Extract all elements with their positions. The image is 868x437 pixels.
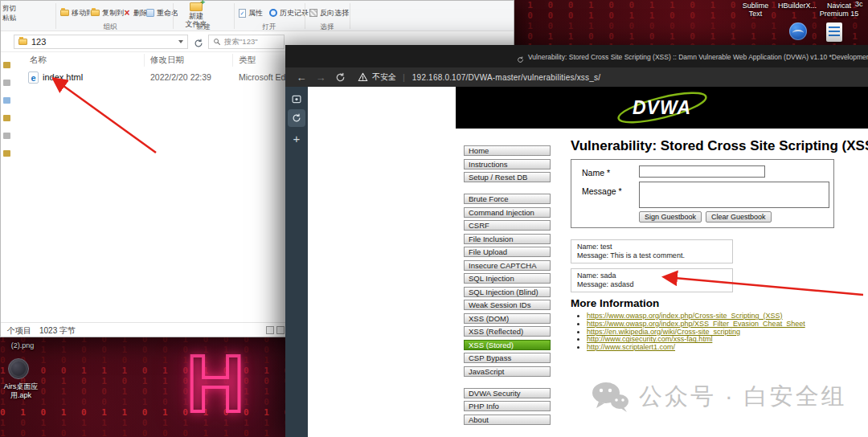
blue-app-icon[interactable] — [789, 22, 807, 40]
desktop-icon-apk-label[interactable]: Airs桌面应 用.apk — [0, 382, 42, 400]
nav-pane-icon[interactable] — [3, 62, 10, 68]
guestbook-entries: Name: test Message: This is a test comme… — [571, 239, 733, 292]
security-badge[interactable]: 不安全 — [372, 71, 396, 83]
ribbon-copy-to-button[interactable]: 复制到 — [91, 7, 124, 18]
ribbon-divider — [55, 3, 56, 29]
column-header-name[interactable]: 名称 — [30, 55, 47, 66]
menu-item-insecure-captcha[interactable]: Insecure CAPTCHA — [464, 260, 551, 271]
desktop-screen: 1 1 1 1 1 1 1 0 0 0 0 1 1 1 0 0 0 1 1 1 … — [0, 0, 868, 437]
desktop-icon-png-label[interactable]: (2).png — [2, 341, 43, 350]
desktop-icon-hbuilderx[interactable]: HBuilderX... — [776, 2, 818, 10]
properties-icon — [239, 9, 246, 18]
message-field[interactable] — [639, 182, 829, 208]
ribbon-invert-selection-button[interactable]: 反向选择 — [309, 7, 349, 18]
menu-item-brute-force[interactable]: Brute Force — [464, 194, 551, 204]
menu-item-xss-stored[interactable]: XSS (Stored) — [464, 340, 551, 350]
copy-to-icon — [91, 10, 100, 16]
url-text[interactable]: 192.168.0.107/DVWA-master/vulnerabilitie… — [412, 73, 600, 82]
name-field[interactable] — [639, 165, 765, 178]
name-label: Name * — [582, 168, 610, 178]
more-info-link[interactable]: http://www.scriptalert1.com/ — [587, 343, 675, 351]
screenshot-icon[interactable] — [291, 93, 302, 108]
nav-pane-icon[interactable] — [3, 133, 10, 139]
menu-item-setup-reset-db[interactable]: Setup / Reset DB — [464, 172, 551, 182]
neon-letter: H — [186, 337, 244, 430]
menu-item-command-injection[interactable]: Command Injection — [464, 207, 551, 218]
file-modified-date: 2022/2/20 22:39 — [150, 72, 211, 82]
menu-item-javascript[interactable]: JavaScript — [464, 366, 551, 377]
ribbon-properties-button[interactable]: 属性 — [239, 7, 263, 18]
nav-pane-icon[interactable] — [3, 97, 10, 104]
sidebar-refresh-icon[interactable] — [288, 109, 305, 127]
menu-item-xss-reflected[interactable]: XSS (Reflected) — [464, 326, 551, 337]
browser-toolbar: ← → 不安全 | 192.168.0.107/DVWA-master/vuln… — [285, 67, 868, 87]
status-size: 1023 字节 — [39, 325, 76, 337]
search-input[interactable]: 搜索"123" — [208, 35, 285, 49]
menu-item-weak-session-ids[interactable]: Weak Session IDs — [464, 300, 551, 310]
delete-icon — [123, 9, 131, 17]
status-item-count: 个项目 — [7, 325, 31, 337]
clear-guestbook-button[interactable]: Clear Guestbook — [706, 211, 772, 223]
file-name: index.html — [43, 72, 83, 82]
entry-message: Message: This is a test comment. — [577, 251, 727, 260]
new-folder-icon — [190, 2, 203, 11]
sign-guestbook-button[interactable]: Sign Guestbook — [639, 211, 702, 223]
plus-icon[interactable]: + — [285, 132, 308, 145]
menu-item-dvwa-security[interactable]: DVWA Security — [464, 388, 551, 398]
view-thumbnails-icon[interactable] — [276, 326, 285, 334]
ribbon-rename-button[interactable]: 重命名 — [146, 7, 178, 18]
menu-group: HomeInstructionsSetup / Reset DB — [464, 145, 551, 182]
menu-item-file-upload[interactable]: File Upload — [464, 247, 551, 257]
menu-item-xss-dom[interactable]: XSS (DOM) — [464, 313, 551, 324]
search-icon — [213, 38, 221, 46]
menu-item-csp-bypass[interactable]: CSP Bypass — [464, 353, 551, 363]
ribbon-delete-button[interactable]: 删除 — [123, 7, 148, 18]
nav-pane-icon[interactable] — [3, 150, 10, 157]
dropdown-chevron-icon[interactable] — [178, 40, 183, 43]
column-header-modified[interactable]: 修改日期 — [150, 55, 184, 66]
refresh-icon[interactable] — [194, 37, 203, 51]
more-info-link[interactable]: http://www.cgisecurity.com/xss-faq.html — [587, 335, 712, 343]
ribbon-history-button[interactable]: 历史记录 — [269, 7, 309, 18]
entry-name: Name: sada — [577, 272, 727, 280]
ribbon-label: 属性 — [248, 8, 263, 18]
menu-item-home[interactable]: Home — [464, 145, 551, 156]
more-info-link[interactable]: https://www.owasp.org/index.php/XSS_Filt… — [587, 320, 805, 328]
warning-triangle-icon[interactable] — [358, 72, 368, 83]
browser-sidebar: + — [285, 87, 308, 437]
menu-item-file-inclusion[interactable]: File Inclusion — [464, 234, 551, 244]
desktop-icon-sublime-text[interactable]: Sublime Text — [736, 2, 775, 18]
menu-item-php-info[interactable]: PHP Info — [464, 401, 551, 411]
more-info-link[interactable]: https://en.wikipedia.org/wiki/Cross-site… — [587, 328, 740, 336]
address-bar[interactable]: 123 — [14, 35, 188, 49]
apk-app-icon[interactable] — [8, 358, 29, 379]
wechat-icon — [591, 381, 629, 413]
back-button[interactable]: ← — [292, 71, 311, 84]
ribbon-label: 复制到 — [102, 8, 124, 18]
nav-pane-icon[interactable] — [3, 115, 10, 121]
column-header-type[interactable]: 类型 — [239, 55, 256, 66]
tab-refresh-icon — [517, 52, 524, 67]
ribbon-move-to-button[interactable]: 移动到 — [60, 7, 93, 18]
menu-item-sql-injection-blind[interactable]: SQL Injection (Blind) — [464, 287, 551, 297]
edge-html-file-icon — [28, 71, 39, 84]
ribbon-label: 重命名 — [157, 8, 178, 18]
menu-item-about[interactable]: About — [464, 415, 551, 425]
ribbon-cut-button[interactable]: 剪切 — [2, 4, 16, 14]
desktop-icon-partial-label[interactable]: 3c — [855, 0, 868, 8]
document-app-icon[interactable] — [826, 22, 842, 42]
forward-button[interactable]: → — [311, 71, 330, 84]
view-details-icon[interactable] — [266, 326, 274, 334]
more-info-link[interactable]: https://www.owasp.org/index.php/Cross-si… — [587, 312, 783, 320]
menu-item-instructions[interactable]: Instructions — [464, 159, 551, 169]
menu-item-sql-injection[interactable]: SQL Injection — [464, 273, 551, 284]
refresh-button[interactable] — [330, 72, 350, 83]
guestbook-form: Name * Message * Sign Guestbook Clear Gu… — [571, 159, 834, 228]
browser-window: Vulnerability: Stored Cross Site Scripti… — [285, 45, 868, 437]
ribbon-paste-button[interactable]: 粘贴 — [2, 14, 16, 23]
more-info-links: https://www.owasp.org/index.php/Cross-si… — [572, 312, 805, 352]
menu-item-csrf[interactable]: CSRF — [464, 220, 551, 231]
rename-icon — [146, 9, 154, 17]
message-label: Message * — [582, 186, 622, 196]
nav-pane-icon[interactable] — [3, 80, 10, 86]
